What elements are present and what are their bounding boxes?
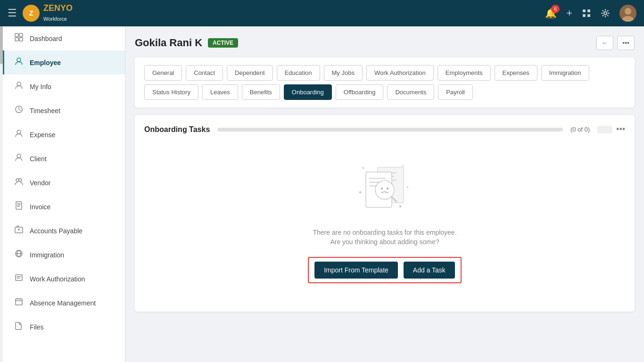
page-header-right: ← ••• xyxy=(596,36,635,50)
tab-employments[interactable]: Employments xyxy=(438,65,491,81)
absence-management-icon xyxy=(14,297,24,308)
tab-immigration[interactable]: Immigration xyxy=(541,65,589,81)
progress-label: (0 of 0) xyxy=(570,126,590,133)
immigration-icon xyxy=(14,249,24,260)
svg-point-15 xyxy=(17,130,21,134)
grid-icon xyxy=(582,8,591,18)
tab-contact[interactable]: Contact xyxy=(186,65,223,81)
tab-onboarding[interactable]: Onboarding xyxy=(284,84,332,100)
scroll-rail[interactable] xyxy=(0,26,3,362)
settings-button[interactable] xyxy=(601,8,610,18)
svg-rect-1 xyxy=(587,9,590,12)
sidebar-label-vendor: Vendor xyxy=(30,179,50,187)
empty-actions: Import From Template Add a Task xyxy=(308,257,462,283)
tab-documents[interactable]: Documents xyxy=(387,84,434,100)
sidebar-label-dashboard: Dashboard xyxy=(30,35,62,42)
tab-offboarding[interactable]: Offboarding xyxy=(336,84,384,100)
back-button[interactable]: ← xyxy=(596,36,613,50)
sidebar-item-work-authorization[interactable]: Work Authorization xyxy=(3,267,125,291)
sidebar-label-invoice: Invoice xyxy=(30,203,50,211)
sidebar-label-absence-management: Absence Management xyxy=(30,299,96,307)
empty-state: ✦ ✦ ✦ ◆ ✦ ◆ xyxy=(144,144,625,302)
topnav-right: 🔔 6 + xyxy=(545,5,636,22)
page-header-left: Gokila Rani K ACTIVE xyxy=(135,37,238,49)
avatar[interactable] xyxy=(619,5,636,22)
tab-status-history[interactable]: Status History xyxy=(144,84,198,100)
add-task-button[interactable]: Add a Task xyxy=(404,262,455,279)
status-badge: ACTIVE xyxy=(208,38,238,48)
sidebar-item-myinfo[interactable]: My Info xyxy=(3,74,125,99)
sidebar-item-vendor[interactable]: Vendor xyxy=(3,171,125,195)
svg-point-12 xyxy=(17,58,21,62)
add-icon: + xyxy=(566,7,572,19)
sidebar-item-employee[interactable]: Employee xyxy=(3,50,125,74)
add-button[interactable]: + xyxy=(566,7,572,19)
add-task-ghost-button[interactable] xyxy=(597,126,612,133)
sidebar-label-employee: Employee xyxy=(30,59,61,66)
svg-text:✦: ✦ xyxy=(406,185,409,189)
tab-payroll[interactable]: Payroll xyxy=(438,84,473,100)
sidebar-item-dashboard[interactable]: Dashboard xyxy=(3,26,125,50)
notification-button[interactable]: 🔔 6 xyxy=(545,8,557,19)
sidebar-item-accounts-payable[interactable]: Accounts Payable xyxy=(3,219,125,243)
sidebar-label-accounts-payable: Accounts Payable xyxy=(30,227,83,235)
svg-point-18 xyxy=(19,179,22,181)
svg-rect-0 xyxy=(583,9,586,12)
tabs-card: General Contact Dependent Education My J… xyxy=(135,58,635,107)
tab-general[interactable]: General xyxy=(144,65,182,81)
more-options-icon: ••• xyxy=(622,39,629,47)
main-layout: Dashboard Employee My Info Timesheet Exp… xyxy=(0,26,644,362)
sidebar-item-client[interactable]: Client xyxy=(3,147,125,171)
employee-icon xyxy=(14,57,24,68)
svg-point-17 xyxy=(16,179,19,181)
sidebar-label-myinfo: My Info xyxy=(30,83,51,90)
tab-expenses[interactable]: Expenses xyxy=(495,65,537,81)
svg-rect-19 xyxy=(16,202,22,209)
svg-text:✦: ✦ xyxy=(361,165,365,171)
empty-text-sub: Are you thinking about adding some? xyxy=(330,238,439,246)
more-options-button[interactable]: ••• xyxy=(617,36,635,50)
sidebar-item-timesheet[interactable]: Timesheet xyxy=(3,99,125,123)
sidebar-item-immigration[interactable]: Immigration xyxy=(3,243,125,267)
grid-button[interactable] xyxy=(582,8,591,18)
tab-myjobs[interactable]: My Jobs xyxy=(324,65,363,81)
sidebar-item-files[interactable]: Files xyxy=(3,315,125,339)
sidebar-item-expense[interactable]: Expense xyxy=(3,123,125,147)
svg-rect-10 xyxy=(15,38,18,41)
sidebar-label-timesheet: Timesheet xyxy=(30,107,60,115)
settings-icon xyxy=(601,8,610,18)
import-from-template-button[interactable]: Import From Template xyxy=(314,262,398,279)
sidebar-item-invoice[interactable]: Invoice xyxy=(3,195,125,219)
sidebar-item-absence-management[interactable]: Absence Management xyxy=(3,291,125,315)
hamburger-icon[interactable]: ☰ xyxy=(8,7,17,19)
svg-rect-35 xyxy=(369,178,386,179)
tab-benefits[interactable]: Benefits xyxy=(242,84,280,100)
page-title: Gokila Rani K xyxy=(135,37,202,49)
tab-dependent[interactable]: Dependent xyxy=(227,65,273,81)
dashboard-icon xyxy=(14,33,24,44)
sidebar-label-expense: Expense xyxy=(30,131,55,139)
vendor-icon xyxy=(14,177,24,188)
sidebar-label-files: Files xyxy=(30,323,44,331)
timesheet-icon xyxy=(14,105,24,116)
invoice-icon xyxy=(14,201,24,212)
client-icon xyxy=(14,153,24,164)
expense-icon xyxy=(14,129,24,140)
svg-point-4 xyxy=(604,12,607,15)
tab-work-auth[interactable]: Work Authorization xyxy=(366,65,434,81)
scroll-thumb xyxy=(0,26,3,64)
onboarding-card: Onboarding Tasks (0 of 0) ••• ✦ ✦ ✦ xyxy=(135,115,635,312)
svg-rect-9 xyxy=(19,33,23,37)
onboarding-more-button[interactable]: ••• xyxy=(616,124,625,134)
content-area: Gokila Rani K ACTIVE ← ••• General Conta… xyxy=(125,26,644,362)
logo-text: ZENYOWorkforce xyxy=(43,3,73,23)
app-logo: Z ZENYOWorkforce xyxy=(23,3,545,23)
svg-point-40 xyxy=(387,188,388,189)
tab-education[interactable]: Education xyxy=(277,65,320,81)
tab-leaves[interactable]: Leaves xyxy=(202,84,238,100)
empty-illustration: ✦ ✦ ✦ ◆ ✦ ◆ xyxy=(356,158,413,219)
onboarding-header: Onboarding Tasks (0 of 0) ••• xyxy=(144,124,625,134)
onboarding-title: Onboarding Tasks xyxy=(144,125,210,134)
tabs-row-2: Status History Leaves Benefits Onboardin… xyxy=(144,84,625,100)
svg-rect-3 xyxy=(587,14,590,17)
